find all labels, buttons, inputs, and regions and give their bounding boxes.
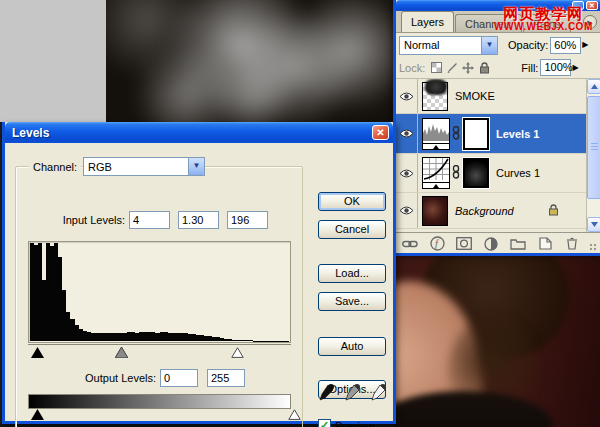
photoshop-workspace: Levels ✕ Channel: RGB ▼ Input Levels: (0, 0, 600, 427)
layers-palette: ✕ Layers Channels Paths ▶ Normal ▼ Opaci… (393, 0, 600, 256)
layer-row-smoke[interactable]: SMOKE (396, 79, 589, 114)
layer-name[interactable]: Background (455, 205, 514, 217)
blend-mode-row: Normal ▼ Opacity: 60% ▶ (396, 33, 600, 57)
layers-scrollbar[interactable] (586, 79, 600, 232)
lock-paint-icon[interactable] (445, 61, 459, 75)
layer-mask-thumbnail[interactable] (463, 118, 489, 150)
input-levels-label: Input Levels: (5, 214, 129, 226)
levels-histogram (28, 241, 291, 343)
preview-checkbox[interactable]: ✓ Preview (318, 419, 374, 427)
curves-adjustment-icon[interactable] (422, 157, 450, 189)
tab-layers[interactable]: Layers (401, 11, 454, 32)
load-button[interactable]: Load... (318, 264, 386, 283)
layer-name[interactable]: Curves 1 (496, 167, 540, 179)
portrait-document-image (393, 256, 600, 427)
fill-popup-icon[interactable]: ▶ (571, 59, 579, 77)
lock-transparency-icon[interactable] (429, 61, 443, 75)
levels-dialog: Levels ✕ Channel: RGB ▼ Input Levels: (2, 122, 396, 424)
output-gradient-bar (28, 394, 291, 409)
fill-value-field[interactable]: 100% (540, 59, 571, 76)
palette-tabstrip: Layers Channels Paths ▶ (396, 11, 600, 33)
chevron-down-icon[interactable]: ▼ (188, 158, 204, 175)
layer-row-levels-1[interactable]: Levels 1 (396, 114, 589, 154)
close-icon[interactable]: ✕ (372, 125, 389, 140)
chevron-down-icon[interactable]: ▼ (481, 37, 497, 54)
dialog-title: Levels (12, 126, 49, 140)
layers-footer-bar: f (396, 232, 600, 254)
tab-paths[interactable]: Paths (523, 14, 571, 32)
opacity-value-field[interactable]: 60% (550, 37, 581, 54)
black-point-eyedropper-icon[interactable] (318, 381, 336, 403)
levels-dialog-body: Channel: RGB ▼ Input Levels: (5, 143, 393, 421)
delete-layer-icon[interactable] (562, 236, 582, 252)
input-black-field[interactable] (129, 211, 170, 229)
gray-point-eyedropper-icon[interactable] (344, 381, 362, 403)
auto-button[interactable]: Auto (318, 337, 386, 356)
link-mask-icon[interactable] (452, 165, 460, 181)
levels-histogram-bars (30, 243, 289, 341)
layer-name[interactable]: Levels 1 (496, 128, 539, 140)
new-layer-icon[interactable] (535, 236, 555, 252)
layer-mask-thumbnail[interactable] (463, 158, 489, 188)
canvas-background (0, 0, 106, 122)
output-slider-track (28, 409, 291, 422)
white-point-eyedropper-icon[interactable] (370, 381, 388, 403)
layers-palette-titlebar[interactable]: ✕ (396, 0, 600, 11)
channel-label: Channel: (29, 161, 81, 173)
output-levels-label: Output Levels: (5, 372, 160, 384)
layer-row-background[interactable]: Background (396, 193, 589, 229)
resize-grip[interactable] (589, 243, 599, 253)
svg-text:f: f (435, 238, 439, 249)
blend-mode-select[interactable]: Normal ▼ (399, 36, 498, 55)
layers-list: SMOKE Levels 1 (396, 79, 600, 232)
layer-row-curves-1[interactable]: Curves 1 (396, 154, 589, 193)
save-button[interactable]: Save... (318, 292, 386, 311)
visibility-eye-icon[interactable] (396, 193, 418, 228)
new-group-icon[interactable] (508, 236, 528, 252)
lock-row: Lock: Fill: 100% ▶ (396, 57, 600, 79)
link-mask-icon[interactable] (452, 126, 460, 142)
visibility-eye-icon[interactable] (396, 114, 418, 153)
output-black-field[interactable] (160, 369, 198, 387)
levels-dialog-titlebar[interactable]: Levels ✕ (5, 122, 393, 143)
ok-button[interactable]: OK (318, 192, 386, 211)
input-gamma-field[interactable] (178, 211, 219, 229)
close-icon[interactable]: ✕ (586, 1, 598, 10)
visibility-eye-icon[interactable] (396, 79, 418, 113)
opacity-popup-icon[interactable]: ▶ (581, 36, 589, 54)
link-layers-icon[interactable] (400, 236, 420, 252)
lock-label: Lock: (399, 62, 425, 74)
scrollbar-thumb[interactable] (587, 96, 600, 199)
add-layer-mask-icon[interactable] (454, 236, 474, 252)
visibility-eye-icon[interactable] (396, 154, 418, 192)
layer-lock-icon (548, 204, 559, 218)
palette-menu-icon[interactable]: ▶ (583, 15, 597, 29)
input-white-field[interactable] (227, 211, 268, 229)
input-slider-track (28, 344, 291, 358)
layer-thumbnail-background[interactable] (422, 196, 448, 226)
channel-value: RGB (84, 161, 188, 173)
smoke-document-image (106, 0, 393, 122)
checkbox-check-icon[interactable]: ✓ (318, 419, 331, 427)
tab-channels[interactable]: Channels (455, 14, 521, 32)
preview-label: Preview (335, 420, 374, 427)
layer-thumbnail-smoke[interactable] (422, 82, 448, 111)
scroll-up-icon[interactable] (587, 79, 600, 94)
fill-label: Fill: (521, 62, 538, 74)
cancel-button[interactable]: Cancel (318, 220, 386, 239)
layer-name[interactable]: SMOKE (455, 90, 495, 102)
channel-select[interactable]: RGB ▼ (83, 157, 205, 176)
lock-position-icon[interactable] (461, 61, 475, 75)
blend-mode-value: Normal (400, 39, 481, 51)
layer-style-icon[interactable]: f (427, 236, 447, 252)
opacity-label: Opacity: (508, 39, 548, 51)
palette-minimize-icon[interactable] (572, 1, 584, 10)
scroll-down-icon[interactable] (587, 217, 600, 232)
output-white-field[interactable] (207, 369, 245, 387)
levels-adjustment-icon[interactable] (422, 118, 450, 150)
lock-all-icon[interactable] (477, 61, 491, 75)
new-adjustment-layer-icon[interactable] (481, 236, 501, 252)
